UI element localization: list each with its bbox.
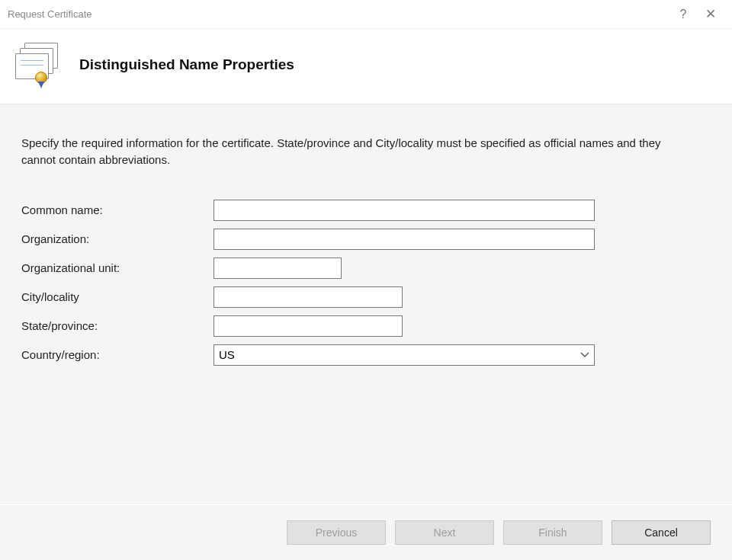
- city-locality-input[interactable]: [214, 286, 403, 308]
- country-region-value: US: [219, 348, 235, 361]
- common-name-input[interactable]: [214, 200, 595, 221]
- state-province-input[interactable]: [214, 315, 403, 337]
- organizational-unit-input[interactable]: [214, 258, 342, 279]
- row-org-unit: Organizational unit:: [21, 254, 711, 283]
- next-button: Next: [395, 520, 494, 545]
- instruction-text: Specify the required information for the…: [21, 135, 692, 168]
- help-icon[interactable]: ?: [669, 5, 697, 24]
- header: Distinguished Name Properties: [0, 29, 732, 104]
- close-icon[interactable]: ✕: [697, 5, 724, 24]
- cancel-button[interactable]: Cancel: [612, 520, 711, 545]
- row-country: Country/region: US: [21, 341, 711, 370]
- row-state: State/province:: [21, 312, 711, 341]
- label-state: State/province:: [21, 319, 214, 332]
- organization-input[interactable]: [214, 229, 595, 250]
- country-region-select[interactable]: US: [214, 344, 595, 366]
- finish-button: Finish: [503, 520, 602, 545]
- content-area: Specify the required information for the…: [0, 104, 732, 504]
- row-city: City/locality: [21, 283, 711, 312]
- certificates-icon: [15, 43, 59, 87]
- row-common-name: Common name:: [21, 196, 711, 225]
- label-city: City/locality: [21, 290, 214, 303]
- label-country: Country/region:: [21, 348, 214, 361]
- row-organization: Organization:: [21, 225, 711, 254]
- label-common-name: Common name:: [21, 203, 214, 216]
- page-title: Distinguished Name Properties: [79, 56, 294, 73]
- window-title: Request Certificate: [8, 8, 669, 20]
- chevron-down-icon: [580, 350, 589, 360]
- footer: Previous Next Finish Cancel: [0, 505, 732, 560]
- label-organization: Organization:: [21, 232, 214, 245]
- label-org-unit: Organizational unit:: [21, 261, 214, 274]
- previous-button: Previous: [287, 520, 386, 545]
- titlebar: Request Certificate ? ✕: [0, 0, 732, 29]
